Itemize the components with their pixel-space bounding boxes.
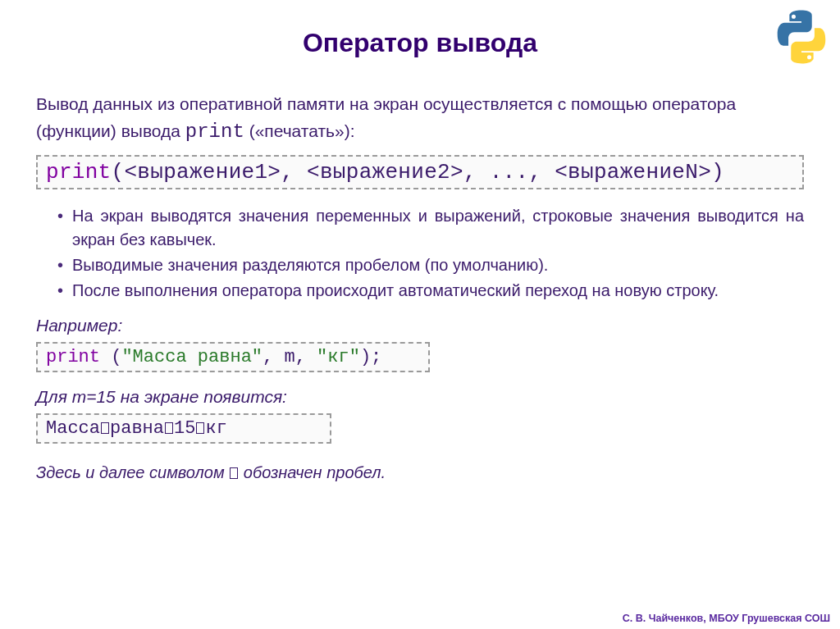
- syntax-rest: (<выражение1>, <выражение2>, ..., <выраж…: [112, 160, 724, 185]
- example-keyword: print: [46, 347, 100, 367]
- footer-credit: С. В. Чайченков, МБОУ Грушевская СОШ: [623, 613, 830, 624]
- intro-suffix: («печатать»):: [244, 121, 355, 140]
- example-label: Например:: [36, 316, 804, 335]
- example-code-box: print ("Масса равна", m, "кг");: [36, 342, 430, 372]
- output-word: 15: [174, 418, 195, 439]
- example-str1: "Масса равна": [121, 347, 262, 367]
- note-line: Здесь и далее символом обозначен пробел.: [36, 463, 804, 482]
- syntax-box: print(<выражение1>, <выражение2>, ..., <…: [36, 155, 804, 189]
- space-symbol-icon: [196, 422, 204, 434]
- slide-title: Оператор вывода: [36, 28, 804, 58]
- list-item: После выполнения оператора происходит ав…: [57, 279, 804, 303]
- example-end: );: [360, 347, 381, 367]
- output-word: кг: [205, 418, 226, 439]
- space-symbol-icon: [230, 467, 238, 479]
- example-str2: "кг": [317, 347, 360, 367]
- example-mid1: , m,: [262, 347, 317, 367]
- python-logo-icon: [773, 8, 830, 66]
- note-suffix: обозначен пробел.: [239, 463, 386, 481]
- space-symbol-icon: [101, 422, 109, 434]
- intro-text: Вывод данных из оперативной памяти на эк…: [36, 91, 804, 147]
- intro-prefix: Вывод данных из оперативной памяти на эк…: [36, 94, 736, 140]
- list-item: На экран выводятся значения переменных и…: [57, 204, 804, 252]
- intro-print: print: [185, 121, 244, 143]
- bullet-list: На экран выводятся значения переменных и…: [57, 204, 804, 303]
- output-box: Массаравна15кг: [36, 413, 331, 444]
- space-symbol-icon: [165, 422, 173, 434]
- output-word: Масса: [46, 418, 100, 439]
- example-open: (: [100, 347, 121, 367]
- note-prefix: Здесь и далее символом: [36, 463, 229, 481]
- output-word: равна: [110, 418, 164, 439]
- syntax-keyword: print: [46, 160, 112, 185]
- list-item: Выводимые значения разделяются пробелом …: [57, 253, 804, 277]
- secondary-label: Для m=15 на экране появится:: [36, 387, 804, 407]
